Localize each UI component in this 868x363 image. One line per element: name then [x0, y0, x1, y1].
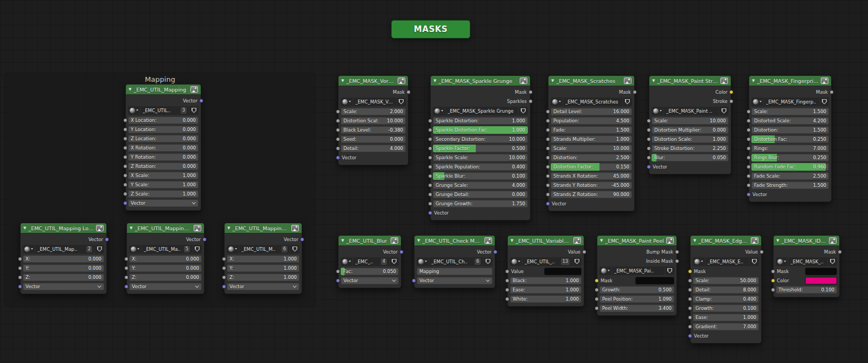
node-util-variable-ramp[interactable]: ▼_EMC_UTIL_Variable RamValue_EMC_UTIL_..…: [507, 235, 584, 307]
socket-output-mask[interactable]: [838, 250, 842, 254]
blur-slider[interactable]: Blur:0.050: [652, 154, 729, 161]
distorted-scale-slider[interactable]: Distorted Scale:4.200: [751, 117, 829, 125]
strands-multiplier-slider[interactable]: Strands Multiplier:1.000: [551, 135, 632, 143]
node-header[interactable]: ▼_EMC_MASK_Voronoise: [339, 76, 408, 86]
node-mask-paint-strokes[interactable]: ▼_EMC_MASK_Paint StrokesColorStroke_EMC_…: [649, 75, 731, 174]
node-header[interactable]: ▼_EMC_MASK_Paint Strokes: [649, 76, 731, 86]
socket-input-vector[interactable]: [18, 284, 22, 289]
collapse-toggle-icon[interactable]: ▼: [130, 226, 132, 230]
socket-input-black-level[interactable]: [336, 128, 340, 132]
socket-input-grunge-scale[interactable]: [428, 183, 432, 187]
fake-user-shield-button[interactable]: [623, 98, 632, 106]
scale-slider[interactable]: Scale:10.000: [551, 145, 632, 152]
socket-input-z-rotation[interactable]: [123, 164, 127, 168]
socket-input-growth[interactable]: [595, 288, 599, 292]
z-location-slider[interactable]: Z Location:0.000: [128, 135, 199, 142]
group-name-field[interactable]: _EMC_MASK_Scratches: [563, 98, 622, 106]
group-name-field[interactable]: _EMC_MASK_E..: [705, 257, 749, 266]
socket-input-scale[interactable]: [647, 119, 651, 123]
collapse-toggle-icon[interactable]: ▼: [129, 88, 131, 92]
group-browse-button[interactable]: [599, 267, 611, 275]
node-header[interactable]: ▼_EMC_MASK_Scratches: [548, 76, 634, 86]
fake-user-shield-button[interactable]: [483, 257, 493, 266]
collapse-toggle-icon[interactable]: ▼: [433, 79, 436, 83]
node-mask-voronoise[interactable]: ▼_EMC_MASK_VoronoiseMask_EMC_MASK_Vo..Sc…: [338, 75, 409, 165]
socket-input-vector[interactable]: [123, 201, 127, 205]
fac-slider[interactable]: Fac:0.050: [341, 268, 399, 275]
socket-input-detail-level[interactable]: [546, 109, 550, 114]
socket-input-y-scale[interactable]: [123, 183, 127, 187]
node-mask-fingerprints[interactable]: ▼_EMC_MASK_FingerprintsMask_EMC_MASK_Fin…: [749, 75, 832, 202]
y-rotation-slider[interactable]: Y Rotation:0.000: [128, 153, 199, 161]
socket-input-random-fade-fac[interactable]: [746, 165, 751, 169]
socket-input-population[interactable]: [546, 119, 550, 123]
socket-input-strands-multiplier[interactable]: [546, 137, 550, 141]
group-browse-button[interactable]: [128, 106, 140, 115]
z-slider[interactable]: Z:1.000: [227, 274, 299, 281]
socket-output-value[interactable]: [760, 250, 764, 254]
collapse-toggle-icon[interactable]: ▼: [600, 239, 603, 243]
strands-y-rotation-slider[interactable]: Strands Y Rotation:-45.000: [551, 182, 632, 189]
group-browse-button[interactable]: [652, 107, 663, 115]
group-name-field[interactable]: _EMC_MASK_..: [788, 257, 827, 266]
socket-input-scale[interactable]: [336, 109, 340, 114]
group-browse-button[interactable]: [23, 245, 35, 254]
node-util-mapping-rotation[interactable]: ▼_EMC_UTIL_Mapping Rotat...Vector_EMC_UT…: [126, 223, 205, 294]
socket-input-vector[interactable]: [746, 192, 751, 197]
scale-slider[interactable]: Scale:2.000: [341, 108, 406, 115]
detail-slider[interactable]: Detail:4.000: [341, 145, 406, 152]
fake-user-shield-button[interactable]: [719, 107, 729, 115]
vector-dropdown[interactable]: Vector: [129, 283, 202, 290]
socket-input-x-rotation[interactable]: [123, 146, 127, 150]
group-browse-button[interactable]: [433, 107, 445, 115]
sparkle-scale-slider[interactable]: Sparkle Scale:10.000: [433, 154, 528, 161]
group-browse-button[interactable]: [129, 245, 141, 254]
socket-input-strands-z-rotation[interactable]: [546, 192, 550, 197]
group-name-field[interactable]: _EMC_UTIL_Ma..5: [142, 245, 192, 254]
socket-output-vector[interactable]: [202, 237, 207, 242]
socket-input-peel-width[interactable]: [595, 306, 599, 310]
socket-input-seed[interactable]: [336, 137, 340, 141]
node-header[interactable]: ▼_EMC_MASK_Fingerprints: [749, 76, 831, 86]
sparkle-population-slider[interactable]: Sparkle Population:0.400: [433, 163, 528, 171]
fake-user-shield-button[interactable]: [665, 267, 674, 275]
fake-user-shield-button[interactable]: [193, 245, 202, 254]
socket-output-vector[interactable]: [199, 99, 203, 103]
fake-user-shield-button[interactable]: [750, 257, 759, 266]
white-slider[interactable]: White:1.000: [510, 295, 582, 303]
node-util-blur[interactable]: ▼_EMC_UTIL_BlurVector_EMC_..4Fac:0.050Ve…: [338, 235, 401, 288]
collapse-toggle-icon[interactable]: ▼: [417, 239, 420, 243]
group-browse-button[interactable]: [227, 245, 239, 254]
distortion-slider[interactable]: Distortion:2.500: [551, 154, 632, 161]
group-name-field[interactable]: _EMC_MASK_Paint ..: [664, 107, 719, 115]
socket-input-vector[interactable]: [222, 284, 226, 289]
group-name-field[interactable]: _EMC_MASK_Pai..: [612, 267, 665, 275]
x-slider[interactable]: X:0.000: [129, 255, 202, 263]
rings-slider[interactable]: Rings:7.000: [751, 145, 829, 152]
socket-output-color[interactable]: [729, 90, 733, 94]
socket-input-z[interactable]: [124, 275, 129, 280]
node-header[interactable]: ▼_EMC_UTIL_Mapping Rotat...: [127, 223, 204, 234]
collapse-toggle-icon[interactable]: ▼: [23, 226, 26, 230]
node-header[interactable]: ▼_EMC_UTIL_Mapping Scal: [225, 223, 302, 234]
node-header[interactable]: ▼_EMC_UTIL_Blur: [339, 236, 401, 246]
socket-input-gradient[interactable]: [688, 325, 692, 329]
socket-input-rings[interactable]: [746, 146, 751, 151]
socket-input-distorted-scale[interactable]: [746, 119, 751, 123]
sparkle-blur-slider[interactable]: Sparkle Blur:0.100: [433, 172, 528, 180]
collapse-toggle-icon[interactable]: ▼: [551, 79, 554, 83]
socket-input-sparkle-population[interactable]: [428, 165, 432, 169]
socket-input-mask[interactable]: [771, 269, 775, 274]
socket-input-fade[interactable]: [546, 128, 550, 132]
socket-input-y-location[interactable]: [123, 127, 127, 132]
node-mask-id-mask[interactable]: ▼_EMC_MASK_ID MaskMask_EMC_MASK_..MaskCo…: [773, 235, 840, 297]
socket-input-sparkle-distortion[interactable]: [428, 119, 432, 123]
socket-input-growth[interactable]: [688, 306, 692, 310]
sparkle-distortion-fac-slider[interactable]: Sparkle Distortion Fac:1.000: [433, 126, 528, 134]
sparkle-factor-slider[interactable]: Sparkle Factor:0.500: [433, 145, 528, 152]
z-scale-slider[interactable]: Z Scale:1.000: [128, 190, 199, 198]
node-header[interactable]: ▼_EMC_UTIL_Variable Ram: [508, 236, 584, 246]
socket-input-mask[interactable]: [595, 278, 599, 283]
collapse-toggle-icon[interactable]: ▼: [510, 239, 513, 243]
y-scale-slider[interactable]: Y Scale:1.000: [128, 181, 199, 189]
